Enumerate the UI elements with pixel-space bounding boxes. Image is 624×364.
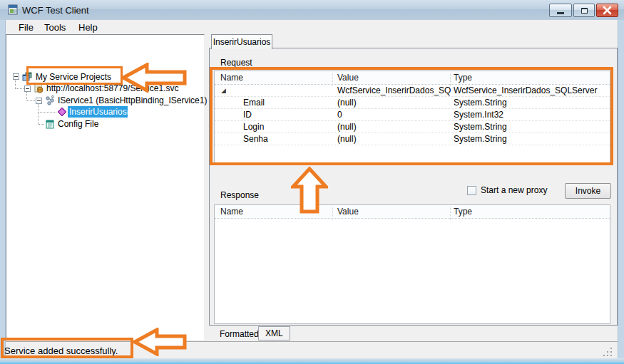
request-section-label: Request [220, 58, 252, 68]
column-header-value[interactable]: Value [337, 207, 359, 217]
tree-item-my-service-projects[interactable]: My Service Projects [6, 71, 205, 83]
title-bar[interactable]: WCF Test Client [0, 0, 624, 20]
minimize-icon [557, 12, 564, 14]
projects-icon [22, 72, 32, 82]
tab-xml[interactable]: XML [258, 326, 290, 340]
method-icon [57, 107, 67, 117]
wcf-test-client-window: WCF Test Client File Tools Help My Servi… [0, 0, 624, 364]
collapse-expander-icon[interactable] [24, 85, 31, 92]
service-tree-panel: My Service Projects http://localhost:587… [6, 34, 205, 340]
column-header-type[interactable]: Type [454, 73, 472, 83]
tree-item-service-url[interactable]: http://localhost:58779/Service1.svc [6, 83, 205, 94]
tree-item-config-file[interactable]: Config File [6, 118, 205, 130]
window-title: WCF Test Client [22, 5, 89, 16]
column-header-value[interactable]: Value [337, 73, 359, 83]
close-icon [597, 4, 618, 16]
endpoint-icon [45, 95, 55, 105]
request-grid: Name Value Type ◢ _usuario WcfService_In… [214, 71, 610, 163]
cell-type: System.Int32 [454, 109, 610, 121]
invoke-button[interactable]: Invoke [565, 183, 611, 199]
cell-type: System.String [454, 133, 610, 145]
cell-name: ID [243, 109, 330, 121]
column-separator[interactable] [332, 207, 333, 220]
table-row-id[interactable]: ID 0 System.Int32 [215, 109, 610, 121]
column-header-name[interactable]: Name [220, 207, 243, 217]
cell-value[interactable]: (null) [337, 97, 451, 109]
tree-item-selected-highlight[interactable]: InserirUsuarios( [68, 106, 128, 118]
table-row-usuario[interactable]: ◢ _usuario WcfService_InserirDados_SQLSe… [215, 85, 610, 97]
cell-value[interactable]: (null) [337, 121, 451, 133]
cell-name: Email [243, 97, 330, 109]
tree-item-label: My Service Projects [36, 71, 111, 83]
tree-item-label: InserirUsuarios( [68, 107, 131, 117]
table-row-email[interactable]: Email (null) System.String [215, 97, 610, 109]
cell-name: Login [243, 121, 330, 133]
tree-item-label: Config File [58, 118, 98, 130]
service-icon [34, 83, 44, 93]
config-file-icon [45, 119, 55, 129]
menu-bar: File Tools Help [6, 20, 618, 34]
table-row-senha[interactable]: Senha (null) System.String [215, 133, 610, 145]
cell-value[interactable]: (null) [337, 133, 451, 145]
tab-formatted[interactable]: Formatted [216, 328, 262, 340]
tab-inserirusuarios[interactable]: InserirUsuarios [211, 34, 272, 49]
window-border-bottom [0, 358, 624, 364]
collapse-expander-icon[interactable] [36, 98, 42, 104]
window-border-left [0, 20, 6, 358]
column-header-name[interactable]: Name [220, 73, 243, 83]
cell-value[interactable]: 0 [337, 109, 451, 121]
request-grid-header: Name Value Type [215, 71, 610, 85]
column-separator[interactable] [450, 207, 451, 220]
window-border-right [618, 20, 624, 358]
cell-value[interactable]: WcfService_InserirDados_SQLSer [337, 85, 451, 97]
column-header-type[interactable]: Type [454, 207, 472, 217]
cell-name: Senha [243, 133, 330, 145]
menu-tools[interactable]: Tools [41, 22, 68, 33]
response-grid-header: Name Value Type [215, 205, 610, 219]
cell-type: System.String [454, 121, 610, 133]
response-grid: Name Value Type [214, 204, 610, 324]
cell-type: System.String [454, 97, 610, 109]
cell-type: WcfService_InserirDados_SQLServer [454, 85, 610, 97]
response-section-label: Response [220, 190, 259, 200]
maximize-icon [581, 8, 588, 14]
menu-file[interactable]: File [16, 22, 36, 33]
tree-item-iservice1[interactable]: IService1 (BasicHttpBinding_IService1) [6, 95, 205, 106]
start-new-proxy-checkbox[interactable] [467, 186, 476, 195]
close-button[interactable] [596, 4, 618, 17]
minimize-button[interactable] [549, 4, 572, 17]
start-new-proxy-label[interactable]: Start a new proxy [481, 185, 547, 195]
resize-grip-icon[interactable] [603, 348, 613, 360]
maximize-button[interactable] [573, 4, 595, 17]
tree-item-label: http://localhost:58779/Service1.svc [46, 83, 178, 94]
app-icon [7, 4, 19, 16]
status-message: Service added successfully. [4, 345, 118, 356]
tree-item-label: IService1 (BasicHttpBinding_IService1) [58, 95, 207, 106]
collapse-expander-icon[interactable] [13, 73, 19, 80]
row-expander-icon[interactable]: ◢ [221, 85, 226, 97]
menu-help[interactable]: Help [76, 22, 101, 33]
table-row-login[interactable]: Login (null) System.String [215, 121, 610, 133]
